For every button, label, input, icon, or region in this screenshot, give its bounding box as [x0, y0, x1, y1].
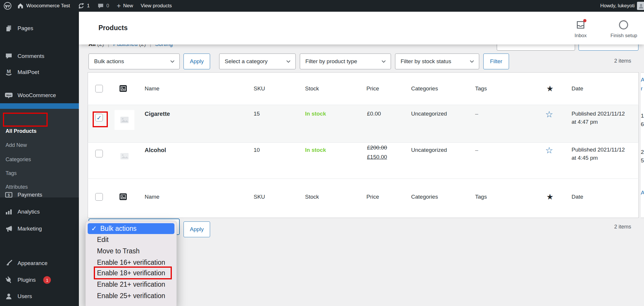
image-placeholder-icon — [119, 150, 130, 162]
woocommerce-products-page: Woocommerce Test 1 0 + New View products… — [0, 0, 644, 306]
filter-button[interactable]: Filter — [483, 54, 509, 69]
comment-bubble-icon — [97, 3, 104, 9]
sidebar-item-comments[interactable]: Comments — [0, 48, 79, 64]
select-all-checkbox-bottom[interactable] — [95, 193, 103, 201]
site-name: Woocommerce Test — [26, 3, 70, 9]
featured-star-alcohol[interactable]: ☆ — [545, 146, 553, 155]
product-name-alcohol[interactable]: Alcohol — [145, 147, 166, 154]
featured-star-cigarette[interactable]: ☆ — [545, 110, 553, 119]
admin-bar: Woocommerce Test 1 0 + New View products… — [0, 0, 644, 12]
footer-column-tags: Tags — [475, 194, 487, 200]
sidebar-item-all-products[interactable]: All Products — [6, 127, 76, 135]
clipped-cell-row2-line1: 2 — [641, 149, 644, 155]
users-icon — [5, 292, 13, 300]
pages-icon — [5, 24, 13, 32]
menu-item-enable-21-verification[interactable]: Enable 21+ verification — [97, 279, 173, 290]
stock-status-filter-select[interactable]: Filter by stock status — [395, 54, 479, 69]
column-header-tags: Tags — [475, 85, 487, 92]
price-cigarette: £0.00 — [367, 111, 381, 117]
inbox-button[interactable] — [576, 20, 586, 30]
menu-item-edit[interactable]: Edit — [97, 234, 173, 245]
footer-column-categories: Categories — [411, 194, 438, 200]
site-menu[interactable]: Woocommerce Test — [17, 2, 70, 9]
row-checkbox-alcohol[interactable] — [95, 150, 103, 157]
product-name-cigarette[interactable]: Cigarette — [145, 111, 170, 117]
clipped-cell-row1-line2: 6 — [641, 121, 644, 128]
footer-column-name[interactable]: Name — [145, 194, 160, 200]
chevron-down-icon — [470, 60, 474, 63]
avatar — [637, 2, 644, 10]
column-header-sku[interactable]: SKU — [254, 85, 265, 92]
price-new-alcohol: £150.00 — [367, 154, 387, 160]
woocommerce-sticky-header: Products Inbox Finish setup — [79, 12, 644, 44]
plus-icon: + — [117, 3, 121, 9]
footer-column-sku[interactable]: SKU — [254, 194, 265, 200]
apply-button-bottom[interactable]: Apply — [183, 221, 210, 237]
account-menu[interactable]: Howdy, lukeyoti — [600, 2, 644, 10]
menu-item-enable-25-verification[interactable]: Enable 25+ verification — [97, 290, 173, 301]
footer-featured-star-icon: ★ — [546, 193, 553, 201]
sidebar-item-analytics[interactable]: Analytics — [0, 204, 79, 220]
clipped-column-footer-line1: A — [641, 190, 644, 196]
svg-text:M: M — [7, 69, 11, 74]
comments-indicator[interactable]: 0 — [97, 3, 109, 9]
stock-status-cigarette: In stock — [305, 111, 326, 117]
sidebar-item-appearance[interactable]: Appearance — [0, 255, 79, 271]
sku-cigarette: 15 — [254, 111, 260, 117]
menu-item-bulk-actions[interactable]: ✓ Bulk actions — [88, 223, 174, 234]
footer-column-price[interactable]: Price — [366, 194, 379, 200]
product-thumbnail-cigarette[interactable] — [115, 110, 134, 130]
svg-text:Woo: Woo — [6, 94, 11, 97]
select-all-checkbox-top[interactable] — [95, 85, 103, 92]
product-type-filter-select[interactable]: Filter by product type — [300, 54, 391, 69]
new-content-menu[interactable]: + New — [117, 3, 133, 9]
sidebar-item-categories[interactable]: Categories — [6, 155, 76, 164]
footer-column-date[interactable]: Date — [572, 194, 583, 200]
stock-status-alcohol: In stock — [305, 147, 326, 153]
category-link-alcohol[interactable]: Uncategorized — [411, 147, 447, 153]
tags-cigarette: – — [475, 111, 478, 117]
menu-item-move-to-trash[interactable]: Move to Trash — [97, 245, 173, 257]
row-cigarette-background — [88, 105, 638, 142]
clipped-column-header-line1: A — [641, 77, 644, 83]
wordpress-logo-icon[interactable] — [4, 2, 12, 10]
sidebar-item-plugins[interactable]: Plugins 1 — [0, 272, 79, 288]
category-filter-select[interactable]: Select a category — [219, 54, 296, 69]
chevron-down-icon — [381, 60, 386, 63]
column-header-price[interactable]: Price — [366, 85, 379, 92]
inbox-label[interactable]: Inbox — [562, 33, 600, 39]
image-column-icon — [119, 193, 127, 202]
finish-setup-button[interactable] — [619, 20, 629, 30]
sidebar-item-mailpoet[interactable]: M MailPoet — [0, 64, 79, 80]
sidebar-item-users[interactable]: Users — [0, 288, 79, 305]
home-icon — [17, 2, 24, 9]
howdy-label: Howdy, lukeyoti — [600, 3, 635, 9]
column-header-featured-star-icon: ★ — [546, 85, 553, 93]
annotation-box-all-products — [3, 113, 48, 127]
date-cigarette: Published 2021/11/12 at 4:47 pm — [572, 110, 626, 126]
column-header-categories: Categories — [411, 85, 438, 92]
sku-alcohol: 10 — [254, 147, 260, 153]
analytics-icon — [5, 208, 13, 216]
mailpoet-icon: M — [5, 68, 13, 76]
apply-button-top[interactable]: Apply — [183, 54, 210, 69]
column-header-date[interactable]: Date — [572, 85, 583, 92]
sidebar-item-tags[interactable]: Tags — [6, 169, 76, 177]
sidebar-item-pages[interactable]: Pages — [0, 20, 79, 37]
sidebar-item-payments[interactable]: $ Payments — [0, 187, 79, 203]
category-link-cigarette[interactable]: Uncategorized — [411, 111, 447, 117]
column-header-name[interactable]: Name — [145, 85, 160, 92]
finish-setup-label[interactable]: Finish setup — [602, 33, 644, 39]
bulk-actions-select-top[interactable]: Bulk actions — [89, 54, 180, 69]
price-old-alcohol: £200.00 — [367, 145, 387, 151]
image-placeholder-icon — [119, 114, 130, 126]
sidebar-item-marketing[interactable]: Marketing — [0, 221, 79, 237]
view-products-link[interactable]: View products — [141, 3, 172, 9]
clipped-cell-row1-line1: 1 — [641, 113, 644, 119]
product-thumbnail-alcohol[interactable] — [115, 146, 134, 166]
inbox-notification-dot — [583, 19, 586, 22]
progress-circle-icon — [619, 20, 629, 30]
updates-indicator[interactable]: 1 — [78, 2, 90, 9]
sidebar-item-add-new[interactable]: Add New — [6, 141, 76, 149]
sidebar-item-woocommerce[interactable]: Woo WooCommerce — [0, 87, 79, 104]
